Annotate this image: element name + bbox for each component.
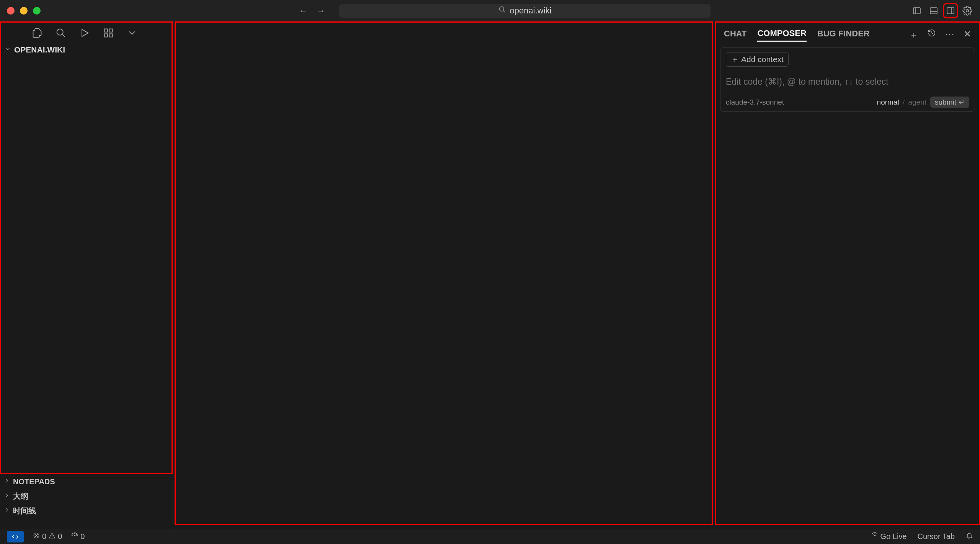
toggle-panel-button[interactable]: [928, 5, 939, 16]
ai-panel-actions: ＋ ⋯ ✕: [909, 29, 971, 41]
svg-rect-15: [109, 34, 112, 37]
composer-box: ＋ Add context claude-3.7-sonnet normal /…: [720, 47, 975, 112]
cursor-tab-label: Cursor Tab: [918, 532, 955, 541]
application-window: ← → openai.wiki: [0, 0, 980, 544]
chevron-down-icon: [4, 46, 11, 54]
statusbar-right: Go Live Cursor Tab: [871, 532, 973, 541]
window-controls: [7, 7, 41, 15]
toggle-primary-sidebar-button[interactable]: [911, 5, 923, 16]
broadcast-icon: [871, 532, 878, 541]
history-button[interactable]: [928, 29, 936, 41]
ai-panel-tabs: CHAT COMPOSER BUG FINDER ＋ ⋯ ✕: [720, 24, 975, 46]
section-label: 大纲: [13, 491, 28, 501]
warning-count: 0: [58, 532, 62, 541]
submit-button[interactable]: submit ↵: [930, 97, 969, 108]
plus-icon: ＋: [731, 54, 739, 65]
explorer-toolbar: [1, 23, 172, 43]
more-actions-button[interactable]: ⋯: [945, 29, 954, 41]
svg-point-8: [966, 9, 969, 12]
composer-input[interactable]: [726, 72, 969, 91]
svg-line-10: [62, 34, 65, 37]
go-live-label: Go Live: [880, 532, 907, 541]
svg-rect-14: [105, 34, 108, 37]
svg-point-22: [874, 535, 875, 536]
sidebar-section-notepads[interactable]: NOTEPADS: [0, 474, 173, 489]
run-debug-icon[interactable]: [79, 28, 90, 38]
ai-panel: CHAT COMPOSER BUG FINDER ＋ ⋯ ✕ ＋: [715, 21, 980, 525]
sidebar: OPENAI.WIKI NOTEPADS 大纲: [0, 21, 173, 529]
close-panel-button[interactable]: ✕: [964, 29, 971, 41]
files-icon[interactable]: [32, 28, 42, 38]
sidebar-collapsed-sections: NOTEPADS 大纲 时间线: [0, 474, 173, 518]
right-panel: CHAT COMPOSER BUG FINDER ＋ ⋯ ✕ ＋: [715, 21, 980, 529]
mode-selector[interactable]: normal / agent: [877, 98, 926, 107]
svg-point-21: [74, 535, 75, 536]
remote-button[interactable]: [7, 531, 24, 542]
editor-region: [173, 21, 715, 529]
close-window-button[interactable]: [7, 7, 15, 15]
toggle-secondary-sidebar-button[interactable]: [945, 5, 956, 16]
new-chat-button[interactable]: ＋: [909, 29, 918, 41]
ports-status[interactable]: 0: [71, 532, 85, 541]
submit-label: submit: [935, 98, 956, 107]
titlebar: ← → openai.wiki: [0, 0, 980, 21]
mode-agent-label: agent: [908, 98, 926, 106]
settings-button[interactable]: [962, 5, 973, 16]
chevron-right-icon: [4, 492, 10, 500]
forward-button[interactable]: →: [316, 5, 325, 16]
navigation-arrows: ← →: [299, 5, 325, 16]
svg-rect-4: [930, 8, 937, 14]
sidebar-section-outline[interactable]: 大纲: [0, 489, 173, 503]
svg-point-9: [57, 29, 63, 35]
cursor-tab-status[interactable]: Cursor Tab: [918, 532, 955, 541]
extensions-icon[interactable]: [103, 28, 114, 38]
minimize-window-button[interactable]: [20, 7, 28, 15]
tab-composer[interactable]: COMPOSER: [757, 28, 806, 42]
add-context-button[interactable]: ＋ Add context: [726, 52, 789, 67]
section-label: 时间线: [13, 506, 36, 516]
error-count: 0: [42, 532, 46, 541]
notifications-button[interactable]: [965, 532, 973, 541]
back-button[interactable]: ←: [299, 5, 308, 16]
explorer-panel: OPENAI.WIKI: [0, 21, 173, 474]
titlebar-actions: [911, 5, 973, 16]
enter-icon: ↵: [959, 98, 965, 107]
statusbar: 0 0 0 Go Live Cursor Tab: [0, 529, 980, 544]
add-context-label: Add context: [741, 55, 784, 64]
section-label: NOTEPADS: [13, 477, 55, 486]
explorer-folder-name: OPENAI.WIKI: [14, 45, 65, 54]
svg-line-1: [503, 11, 505, 13]
ports-count: 0: [80, 532, 85, 541]
mode-normal-label: normal: [877, 98, 899, 106]
search-icon: [498, 6, 506, 15]
chevron-right-icon: [4, 507, 10, 515]
svg-point-0: [499, 7, 504, 11]
app-body: OPENAI.WIKI NOTEPADS 大纲: [0, 21, 980, 529]
svg-rect-6: [947, 8, 954, 14]
command-center-title: openai.wiki: [510, 6, 552, 16]
chevron-down-icon[interactable]: [127, 28, 137, 38]
antenna-icon: [71, 532, 78, 541]
error-icon: [33, 532, 40, 541]
problems-status[interactable]: 0 0: [33, 532, 62, 541]
tab-chat[interactable]: CHAT: [724, 29, 746, 41]
go-live-button[interactable]: Go Live: [871, 532, 907, 541]
search-icon[interactable]: [56, 28, 66, 38]
model-selector[interactable]: claude-3.7-sonnet: [726, 98, 784, 107]
svg-rect-13: [109, 29, 112, 32]
svg-point-20: [52, 537, 52, 537]
explorer-folder-header[interactable]: OPENAI.WIKI: [1, 43, 172, 56]
sidebar-section-timeline[interactable]: 时间线: [0, 503, 173, 518]
svg-rect-12: [105, 29, 108, 32]
maximize-window-button[interactable]: [33, 7, 41, 15]
warning-icon: [49, 532, 56, 541]
chevron-right-icon: [4, 478, 10, 486]
explorer-tree[interactable]: [1, 56, 172, 473]
composer-footer: claude-3.7-sonnet normal / agent submit …: [726, 97, 969, 108]
svg-marker-11: [82, 29, 88, 37]
command-center[interactable]: openai.wiki: [339, 4, 710, 18]
tab-bug-finder[interactable]: BUG FINDER: [817, 29, 870, 41]
editor-empty-area[interactable]: [175, 21, 713, 525]
svg-rect-2: [913, 8, 920, 14]
